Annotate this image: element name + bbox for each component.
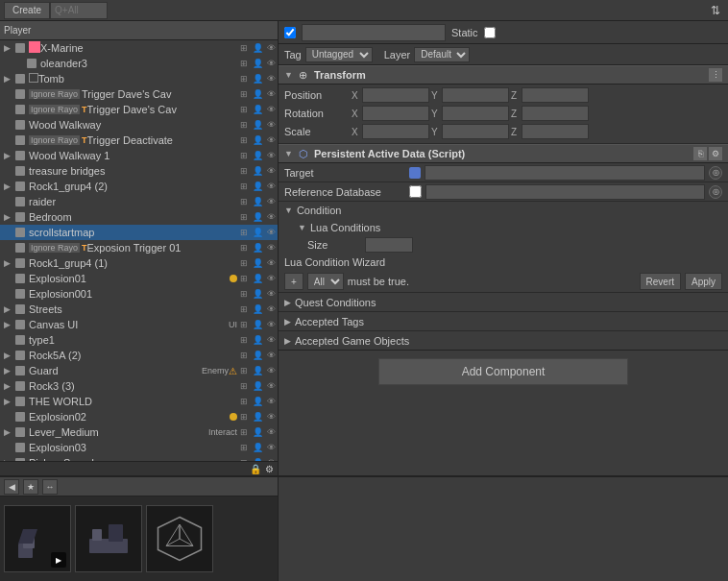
person-icon[interactable]: 👤 — [251, 303, 264, 316]
eye-icon[interactable]: 👁 — [264, 441, 278, 454]
lock-icon[interactable]: 🔒 — [250, 464, 261, 474]
grid-icon[interactable]: ⊞ — [237, 379, 251, 393]
hierarchy-item-THE_WORLD[interactable]: ▶THE WORLD⊞👤👁 — [0, 394, 278, 409]
grid-icon[interactable]: ⊞ — [237, 226, 251, 239]
ref-db-input[interactable]: New Dialogue Database — [425, 184, 705, 200]
person-icon[interactable]: 👤 — [251, 256, 264, 270]
eye-icon[interactable]: 👁 — [264, 333, 278, 347]
hierarchy-item-oleander3[interactable]: oleander3⊞👤👁 — [0, 56, 278, 71]
eye-icon[interactable]: 👁 — [264, 118, 278, 132]
quest-conditions-row[interactable]: ▶ Quest Conditions — [279, 292, 728, 311]
eye-icon[interactable]: 👁 — [264, 349, 278, 362]
scale-z-input[interactable]: 1 — [522, 124, 589, 139]
grid-icon[interactable]: ⊞ — [237, 441, 251, 454]
grid-icon[interactable]: ⊞ — [237, 164, 251, 178]
script-menu-btn[interactable]: ⚙ — [709, 147, 722, 160]
hierarchy-item-Pickup_Sounds[interactable]: ▶Pickup Sounds⊞👤👁 — [0, 455, 278, 461]
size-input[interactable]: 0 — [365, 237, 413, 253]
grid-icon[interactable]: ⊞ — [237, 41, 251, 55]
grid-icon[interactable]: ⊞ — [237, 287, 251, 301]
grid-icon[interactable]: ⊞ — [237, 241, 251, 254]
grid-icon[interactable]: ⊞ — [237, 349, 251, 362]
eye-icon[interactable]: 👁 — [264, 318, 278, 331]
hierarchy-item-Guard[interactable]: ▶GuardEnemy⚠⊞👤👁 — [0, 363, 278, 378]
person-icon[interactable]: 👤 — [251, 441, 264, 454]
hierarchy-item-Trigger_Dave's_Cav[interactable]: Ignore RayoTrigger Dave's Cav⊞👤👁 — [0, 86, 278, 102]
person-icon[interactable]: 👤 — [251, 425, 264, 439]
object-name-input[interactable]: scrollstartmap — [302, 24, 446, 41]
eye-icon[interactable]: 👁 — [264, 195, 278, 208]
hierarchy-item-Tomb[interactable]: ▶Tomb⊞👤👁 — [0, 71, 278, 86]
person-icon[interactable]: 👤 — [251, 103, 264, 116]
hierarchy-item-Streets[interactable]: ▶Streets⊞👤👁 — [0, 302, 278, 317]
eye-icon[interactable]: 👁 — [264, 241, 278, 254]
bottom-resize-btn[interactable]: ↔ — [42, 479, 58, 495]
person-icon[interactable]: 👤 — [251, 272, 264, 285]
search-input[interactable] — [50, 2, 108, 19]
hierarchy-item-Canvas_UI[interactable]: ▶Canvas UIUI⊞👤👁 — [0, 317, 278, 332]
grid-icon[interactable]: ⊞ — [237, 318, 251, 331]
target-input[interactable]: scrollstartmap — [425, 165, 705, 181]
pos-x-input[interactable]: 259.8622 — [362, 87, 429, 103]
condition-header[interactable]: ▼ Condition — [279, 202, 728, 219]
transform-section-header[interactable]: ▼ ⊕ Transform ⋮ — [279, 65, 728, 85]
wizard-add-btn[interactable]: + — [284, 273, 303, 290]
eye-icon[interactable]: 👁 — [264, 164, 278, 178]
person-icon[interactable]: 👤 — [251, 149, 264, 162]
layer-select[interactable]: Default — [414, 47, 470, 62]
grid-icon[interactable]: ⊞ — [237, 364, 251, 377]
grid-icon[interactable]: ⊞ — [237, 303, 251, 316]
person-icon[interactable]: 👤 — [251, 318, 264, 331]
hierarchy-item-Explosion01[interactable]: Explosion01⊞👤👁 — [0, 271, 278, 286]
hierarchy-item-Bedroom[interactable]: ▶Bedroom⊞👤👁 — [0, 209, 278, 225]
person-icon[interactable]: 👤 — [251, 379, 264, 393]
eye-icon[interactable]: 👁 — [264, 103, 278, 116]
script-section-header[interactable]: ▼ ⬡ Persistent Active Data (Script) ⎘ ⚙ — [279, 144, 728, 163]
settings-icon[interactable]: ⚙ — [265, 464, 274, 474]
person-icon[interactable]: 👤 — [251, 72, 264, 85]
eye-icon[interactable]: 👁 — [264, 72, 278, 85]
hierarchy-item-scrollstartmap[interactable]: scrollstartmap⊞👤👁 — [0, 225, 278, 240]
ref-db-checkbox[interactable] — [409, 185, 422, 198]
tag-select[interactable]: Untagged — [305, 47, 373, 62]
accepted-tags-row[interactable]: ▶ Accepted Tags — [279, 311, 728, 330]
grid-icon[interactable]: ⊞ — [237, 210, 251, 224]
eye-icon[interactable]: 👁 — [264, 87, 278, 101]
person-icon[interactable]: 👤 — [251, 349, 264, 362]
person-icon[interactable]: 👤 — [251, 87, 264, 101]
eye-icon[interactable]: 👁 — [264, 226, 278, 239]
apply-button[interactable]: Apply — [685, 273, 722, 290]
add-component-button[interactable]: Add Component — [378, 358, 628, 385]
grid-icon[interactable]: ⊞ — [237, 425, 251, 439]
hierarchy-item-raider[interactable]: raider⊞👤👁 — [0, 194, 278, 209]
static-checkbox[interactable] — [484, 27, 496, 38]
person-icon[interactable]: 👤 — [251, 164, 264, 178]
wizard-all-select[interactable]: All — [307, 273, 344, 290]
grid-icon[interactable]: ⊞ — [237, 57, 251, 70]
eye-icon[interactable]: 👁 — [264, 256, 278, 270]
sort-icon[interactable]: ⇅ — [711, 4, 720, 17]
hierarchy-item-Lever_Medium[interactable]: ▶Lever_MediumInteract⊞👤👁 — [0, 424, 278, 440]
grid-icon[interactable]: ⊞ — [237, 456, 251, 461]
eye-icon[interactable]: 👁 — [264, 410, 278, 424]
scale-y-input[interactable]: 1 — [442, 124, 509, 139]
grid-icon[interactable]: ⊞ — [237, 87, 251, 101]
transform-menu-btn[interactable]: ⋮ — [709, 68, 722, 82]
rot-y-input[interactable]: 0 — [442, 106, 509, 121]
grid-icon[interactable]: ⊞ — [237, 272, 251, 285]
eye-icon[interactable]: 👁 — [264, 287, 278, 301]
revert-button[interactable]: Revert — [640, 273, 681, 290]
person-icon[interactable]: 👤 — [251, 41, 264, 55]
person-icon[interactable]: 👤 — [251, 241, 264, 254]
hierarchy-item-Trigger_Deactivate_[interactable]: Ignore RayoTTrigger Deactivate ⊞👤👁 — [0, 133, 278, 148]
eye-icon[interactable]: 👁 — [264, 456, 278, 461]
eye-icon[interactable]: 👁 — [264, 425, 278, 439]
grid-icon[interactable]: ⊞ — [237, 149, 251, 162]
person-icon[interactable]: 👤 — [251, 118, 264, 132]
ref-db-pick-btn[interactable]: ◎ — [709, 185, 722, 199]
eye-icon[interactable]: 👁 — [264, 41, 278, 55]
thumb-play-btn-1[interactable]: ▶ — [51, 552, 66, 568]
eye-icon[interactable]: 👁 — [264, 272, 278, 285]
person-icon[interactable]: 👤 — [251, 133, 264, 147]
hierarchy-item-Explosion001[interactable]: Explosion001⊞👤👁 — [0, 286, 278, 302]
